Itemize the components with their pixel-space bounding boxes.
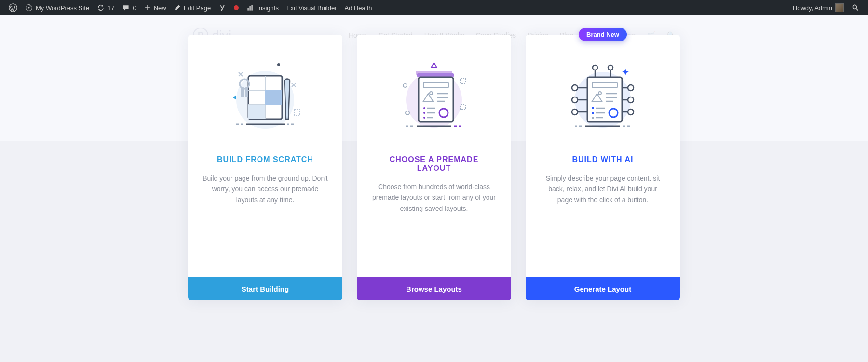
updates-link[interactable]: 17 [93, 0, 118, 15]
browse-layouts-button[interactable]: Browse Layouts [357, 277, 511, 300]
card-premade-layout: CHOOSE A PREMADE LAYOUT Choose from hund… [357, 35, 511, 300]
svg-point-71 [628, 85, 634, 91]
button-label: Start Building [242, 285, 289, 293]
svg-rect-14 [265, 90, 282, 105]
svg-rect-4 [248, 8, 249, 11]
wp-admin-bar: My WordPress Site 17 0 New Edit Page [0, 0, 868, 15]
pencil-icon [174, 4, 181, 11]
premade-illustration [371, 54, 497, 141]
svg-line-8 [856, 9, 858, 11]
page-content: D divi Home Get Started How It Works Cas… [0, 15, 868, 362]
svg-point-43 [403, 84, 407, 87]
red-dot-icon [234, 5, 239, 10]
svg-point-37 [423, 117, 425, 119]
card-description: Simply describe your page content, sit b… [540, 173, 665, 205]
svg-rect-18 [245, 87, 248, 97]
svg-point-75 [628, 109, 634, 115]
record-indicator[interactable] [230, 0, 243, 15]
card-body: CHOOSE A PREMADE LAYOUT Choose from hund… [357, 35, 511, 277]
card-body: BUILD WITH AI Simply describe your page … [526, 35, 680, 277]
svg-rect-56 [592, 112, 594, 114]
new-label: New [154, 4, 166, 12]
yoast-icon [218, 4, 226, 12]
svg-point-44 [406, 111, 409, 115]
search-icon [852, 4, 859, 12]
card-title: BUILD WITH AI [540, 155, 665, 164]
card-build-from-scratch: BUILD FROM SCRATCH Build your page from … [188, 35, 342, 300]
howdy-account[interactable]: Howdy, Admin [789, 0, 848, 15]
svg-rect-23 [294, 110, 300, 115]
howdy-label: Howdy, Admin [793, 4, 832, 12]
svg-point-63 [608, 65, 613, 70]
insights-label: Insights [257, 4, 279, 12]
ad-health-link[interactable]: Ad Health [340, 0, 376, 15]
ad-health-label: Ad Health [344, 4, 372, 12]
start-building-button[interactable]: Start Building [188, 277, 342, 300]
svg-rect-54 [592, 107, 594, 109]
comment-icon [122, 4, 130, 12]
svg-rect-58 [592, 117, 594, 119]
wordpress-icon [9, 3, 17, 12]
search-toggle[interactable] [848, 0, 863, 15]
scratch-illustration [203, 54, 328, 141]
svg-point-61 [593, 65, 597, 70]
svg-rect-5 [250, 6, 251, 11]
site-name-link[interactable]: My WordPress Site [21, 0, 93, 15]
svg-point-33 [423, 107, 425, 109]
bar-chart-icon [246, 4, 254, 12]
svg-point-22 [277, 63, 280, 66]
edit-page-link[interactable]: Edit Page [170, 0, 215, 15]
button-label: Generate Layout [574, 285, 631, 293]
generate-layout-button[interactable]: Generate Layout [526, 277, 680, 300]
wp-logo[interactable] [5, 0, 21, 15]
svg-point-73 [628, 97, 634, 103]
svg-rect-15 [248, 105, 265, 119]
card-body: BUILD FROM SCRATCH Build your page from … [188, 35, 342, 277]
insights-link[interactable]: Insights [243, 0, 283, 15]
card-description: Build your page from the ground up. Don'… [203, 173, 328, 205]
svg-point-69 [572, 109, 578, 115]
card-title: BUILD FROM SCRATCH [203, 155, 328, 164]
updates-count: 17 [108, 4, 114, 12]
svg-line-3 [29, 6, 30, 8]
avatar-icon [835, 3, 844, 12]
plus-icon [144, 4, 151, 11]
ai-illustration [540, 54, 665, 141]
admin-bar-left: My WordPress Site 17 0 New Edit Page [5, 0, 376, 15]
card-build-with-ai: Brand New [526, 35, 680, 300]
dashboard-icon [25, 4, 33, 12]
svg-point-35 [423, 112, 425, 114]
brand-new-badge: Brand New [579, 28, 627, 41]
edit-page-label: Edit Page [184, 4, 211, 12]
comments-count: 0 [133, 4, 136, 12]
site-name-text: My WordPress Site [36, 4, 89, 12]
badge-label: Brand New [586, 31, 619, 38]
update-icon [97, 4, 105, 12]
svg-point-7 [853, 5, 856, 9]
new-content-link[interactable]: New [140, 0, 170, 15]
svg-rect-45 [461, 78, 465, 83]
yoast-link[interactable] [215, 0, 230, 15]
svg-rect-6 [252, 5, 253, 10]
button-label: Browse Layouts [406, 285, 462, 293]
svg-point-65 [572, 85, 578, 91]
svg-point-67 [572, 97, 578, 103]
comments-link[interactable]: 0 [118, 0, 140, 15]
option-cards: BUILD FROM SCRATCH Build your page from … [178, 35, 690, 300]
exit-builder-label: Exit Visual Builder [286, 4, 337, 12]
exit-visual-builder-link[interactable]: Exit Visual Builder [283, 0, 341, 15]
admin-bar-right: Howdy, Admin [789, 0, 863, 15]
card-title: CHOOSE A PREMADE LAYOUT [371, 155, 497, 173]
svg-rect-17 [241, 87, 244, 97]
card-description: Choose from hundreds of world-class prem… [371, 181, 497, 214]
